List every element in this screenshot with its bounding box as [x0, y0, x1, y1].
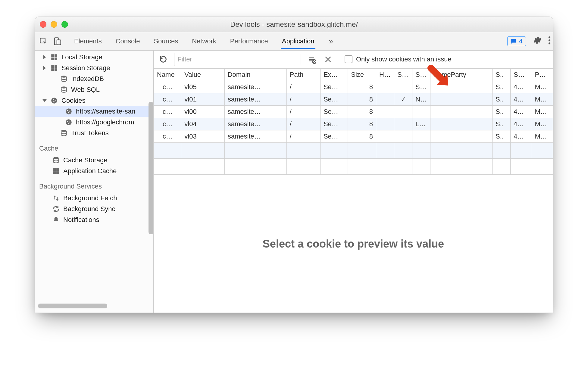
- cell-path: /: [286, 118, 320, 130]
- tab-network[interactable]: Network: [191, 34, 217, 49]
- svg-rect-2: [57, 40, 61, 45]
- filter-input[interactable]: Filter: [174, 53, 295, 66]
- inspect-element-button[interactable]: [37, 35, 49, 47]
- sidebar-item-local-storage[interactable]: Local Storage: [35, 52, 153, 63]
- sidebar-item-application-cache[interactable]: Application Cache: [35, 166, 153, 176]
- cookies-table-wrap: NameValueDomainPathEx…SizeH…S…S…SamePart…: [154, 68, 553, 175]
- sidebar-item-https-samesite-san[interactable]: https://samesite-san: [35, 106, 153, 117]
- cookies-table[interactable]: NameValueDomainPathEx…SizeH…S…S…SamePart…: [154, 68, 553, 175]
- grid-icon: [50, 53, 58, 61]
- sidebar-item-https-googlechrom[interactable]: https://googlechrom: [35, 117, 153, 128]
- svg-rect-13: [55, 68, 57, 71]
- cell-sourceport: 4…: [511, 81, 532, 93]
- tree-item-label: Background Fetch: [63, 194, 117, 202]
- col-header-0[interactable]: Name: [154, 69, 181, 81]
- cell-secure: [394, 130, 412, 143]
- cookie-preview-placeholder: Select a cookie to preview its value: [154, 175, 553, 313]
- more-tabs-button[interactable]: »: [327, 37, 335, 46]
- sidebar-item-background-sync[interactable]: Background Sync: [35, 204, 153, 214]
- db-icon: [60, 129, 68, 137]
- col-header-11[interactable]: S…: [511, 69, 532, 81]
- sidebar-hscrollbar[interactable]: [35, 304, 153, 308]
- svg-rect-10: [51, 65, 54, 68]
- grid-icon: [52, 167, 60, 175]
- disclosure-triangle[interactable]: [42, 98, 47, 103]
- grid-icon: [50, 64, 58, 72]
- devtools-window: DevTools - samesite-sandbox.glitch.me/ E…: [35, 17, 553, 313]
- bell-icon: [52, 216, 60, 224]
- table-row[interactable]: c…vl00samesite…/Se…8S..4…M…: [154, 106, 553, 118]
- tab-console[interactable]: Console: [114, 34, 141, 49]
- sidebar-item-cache-storage[interactable]: Cache Storage: [35, 155, 153, 166]
- cell-domain: samesite…: [224, 130, 286, 143]
- sidebar-item-cookies[interactable]: Cookies: [35, 95, 153, 106]
- cell-name: c…: [154, 93, 181, 106]
- col-header-12[interactable]: P…: [532, 69, 553, 81]
- table-row[interactable]: c…vl03samesite…/Se…8S..4…M…: [154, 130, 553, 143]
- cell-http: [376, 118, 394, 130]
- cell-http: [376, 81, 394, 93]
- tab-performance[interactable]: Performance: [229, 34, 269, 49]
- settings-button[interactable]: [533, 36, 542, 47]
- col-header-3[interactable]: Path: [286, 69, 320, 81]
- tree-item-label: Trust Tokens: [71, 129, 109, 137]
- cell-samesite: N…: [412, 93, 430, 106]
- sidebar-item-notifications[interactable]: Notifications: [35, 214, 153, 225]
- svg-rect-7: [55, 54, 57, 57]
- svg-rect-8: [51, 58, 54, 60]
- sidebar-item-background-fetch[interactable]: Background Fetch: [35, 193, 153, 204]
- col-header-7[interactable]: S…: [394, 69, 412, 81]
- svg-point-16: [51, 98, 57, 104]
- cell-secure: [394, 118, 412, 130]
- issues-badge[interactable]: 4: [507, 36, 526, 46]
- svg-rect-33: [56, 171, 59, 174]
- col-header-2[interactable]: Domain: [224, 69, 286, 81]
- col-header-9[interactable]: SameParty: [430, 69, 493, 81]
- svg-point-3: [549, 36, 550, 38]
- table-row[interactable]: c…vl04samesite…/Se…8L…S..4…M…: [154, 118, 553, 130]
- storage-sidebar: Local StorageSession StorageIndexedDBWeb…: [35, 51, 154, 313]
- col-header-5[interactable]: Size: [348, 69, 376, 81]
- col-header-8[interactable]: S…: [412, 69, 430, 81]
- table-row[interactable]: c…vl05samesite…/Se…8S…S..4…M…: [154, 81, 553, 93]
- refresh-button[interactable]: [158, 54, 169, 65]
- col-header-1[interactable]: Value: [181, 69, 224, 81]
- tab-application[interactable]: Application: [281, 34, 316, 49]
- only-show-issue-checkbox[interactable]: [345, 55, 352, 63]
- col-header-4[interactable]: Ex…: [320, 69, 348, 81]
- tab-sources[interactable]: Sources: [152, 34, 179, 49]
- delete-selected-button[interactable]: [323, 54, 333, 65]
- more-options-button[interactable]: [548, 36, 551, 47]
- sidebar-item-trust-tokens[interactable]: Trust Tokens: [35, 128, 153, 139]
- toggle-device-toolbar-button[interactable]: [51, 35, 63, 47]
- cell-path: /: [286, 106, 320, 118]
- tab-elements[interactable]: Elements: [73, 34, 103, 49]
- svg-rect-32: [53, 171, 56, 174]
- col-header-10[interactable]: S..: [493, 69, 511, 81]
- cell-expires: Se…: [320, 130, 348, 143]
- cell-name: c…: [154, 130, 181, 143]
- sidebar-item-session-storage[interactable]: Session Storage: [35, 63, 153, 73]
- sidebar-item-indexeddb[interactable]: IndexedDB: [35, 73, 153, 84]
- tree-item-label: IndexedDB: [71, 75, 104, 83]
- main-tabs: Elements Console Sources Network Perform…: [73, 34, 506, 49]
- tree-item-label: https://samesite-san: [76, 108, 135, 115]
- cell-name: c…: [154, 106, 181, 118]
- cell-secure: ✓: [394, 93, 412, 106]
- cell-priority: M…: [532, 106, 553, 118]
- cache-section-heading: Cache: [35, 139, 153, 155]
- col-header-6[interactable]: H…: [376, 69, 394, 81]
- sidebar-vscrollbar[interactable]: [149, 102, 153, 261]
- disclosure-triangle[interactable]: [42, 55, 47, 59]
- cell-value: vl01: [181, 93, 224, 106]
- cell-value: vl00: [181, 106, 224, 118]
- cookies-toolbar: Filter Only show cookies with an issue: [154, 51, 553, 68]
- sidebar-item-web-sql[interactable]: Web SQL: [35, 84, 153, 95]
- table-row[interactable]: c…vl01samesite…/Se…8✓N…S..4…M…: [154, 93, 553, 106]
- svg-rect-12: [51, 68, 54, 71]
- svg-point-15: [61, 86, 66, 89]
- cell-sameparty: [430, 106, 493, 118]
- disclosure-triangle[interactable]: [42, 66, 47, 70]
- only-show-issue-toggle[interactable]: Only show cookies with an issue: [345, 55, 452, 63]
- clear-all-button[interactable]: [306, 54, 317, 65]
